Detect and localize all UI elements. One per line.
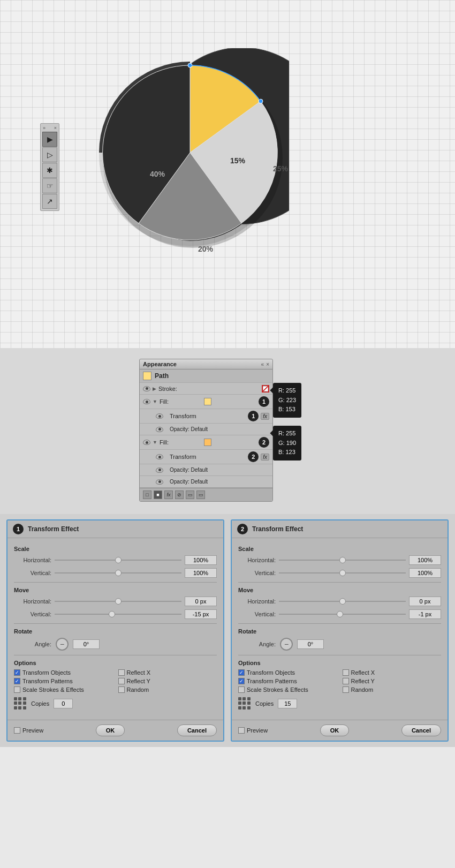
tp1-scale-v-input[interactable] (185, 568, 217, 578)
footer-btn-fx[interactable]: fx (164, 490, 173, 499)
tp1-rotate-row: Angle: − (14, 638, 217, 651)
tp2-ok-button[interactable]: OK (320, 724, 350, 736)
tp1-move-v-label: Vertical: (14, 611, 51, 617)
tp1-move-v-slider[interactable] (55, 614, 181, 615)
panel-collapse[interactable]: « (261, 361, 264, 367)
fx-btn-1[interactable]: fx (261, 413, 269, 420)
appearance-area: Appearance « × Path ▶ Stroke: (0, 348, 455, 514)
fill1-swatch[interactable] (204, 398, 211, 405)
eye-icon-transform2[interactable] (156, 454, 163, 459)
tp2-angle-label: Angle: (238, 641, 276, 647)
tool-pen[interactable]: ↗ (42, 194, 57, 209)
tp1-move-h-input[interactable] (185, 597, 217, 606)
tp1-transform-objects-cb[interactable] (14, 669, 20, 676)
tp2-transform-objects-cb[interactable] (238, 669, 245, 676)
tp2-move-h-label: Horizontal: (238, 598, 276, 605)
tp2-scale-h-input[interactable] (409, 555, 441, 565)
tp2-move-h-slider[interactable] (279, 601, 406, 602)
footer-btn-new-fill[interactable]: □ (143, 490, 151, 499)
tp2-checkbox-row2: Transform Patterns Reflect Y (238, 678, 441, 684)
tp1-scale-strokes-cb[interactable] (14, 686, 20, 693)
tp2-angle-circle[interactable]: − (280, 638, 293, 651)
eye-icon-opacity3[interactable] (156, 479, 163, 485)
tp2-reflect-y-cb[interactable] (343, 678, 349, 684)
eye-icon-fill2[interactable] (143, 440, 150, 445)
tp1-move-v-input[interactable] (185, 609, 217, 619)
tp2-scale-v-input[interactable] (409, 568, 441, 578)
fx-btn-2[interactable]: fx (261, 454, 269, 461)
tp1-transform-patterns-cb[interactable] (14, 678, 20, 684)
tp1-scale-v-slider[interactable] (55, 572, 181, 573)
tp1-preview-cb[interactable] (14, 727, 20, 734)
tool-magic-wand[interactable]: ✱ (42, 163, 57, 178)
tp2-move-h-input[interactable] (409, 597, 441, 606)
tp2-rotate-row: Angle: − (238, 638, 441, 651)
tp1-reflect-x-cb[interactable] (118, 669, 125, 676)
panel-close[interactable]: × (266, 361, 269, 367)
footer-btn-square[interactable]: ■ (154, 490, 162, 499)
appearance-panel: Appearance « × Path ▶ Stroke: (139, 359, 273, 502)
tp2-cancel-button[interactable]: Cancel (401, 724, 441, 736)
tool-select[interactable]: ▶ (42, 132, 57, 147)
tp1-angle-circle[interactable]: − (56, 638, 69, 651)
tp1-scale-h-slider[interactable] (55, 560, 181, 561)
tp2-random-cb[interactable] (343, 686, 349, 693)
fill2-swatch[interactable] (204, 439, 211, 446)
tp1-move-v-thumb (109, 611, 115, 617)
tp1-reflect-y-cb[interactable] (118, 678, 125, 684)
tp2-scale-h-label: Horizontal: (238, 557, 276, 563)
tp1-random-cb[interactable] (118, 686, 125, 693)
tp1-scale-title: Scale (14, 546, 217, 552)
tp2-reflect-y-label: Reflect Y (351, 678, 375, 684)
tp1-copies-input[interactable] (54, 699, 73, 708)
fill2-label: Fill: (160, 439, 202, 446)
panel-title: Appearance (143, 361, 177, 367)
tp2-scale-h-slider[interactable] (279, 560, 406, 561)
tp1-cancel-button[interactable]: Cancel (177, 724, 217, 736)
tp2-scale-title: Scale (238, 546, 441, 552)
tp2-preview-cb[interactable] (238, 727, 245, 734)
transform1-badge: 1 (248, 411, 259, 421)
tp1-angle-input[interactable] (73, 639, 100, 649)
eye-icon-opacity1[interactable] (156, 427, 163, 432)
tp2-random-item: Random (343, 686, 442, 693)
tp2-move-v-input[interactable] (409, 609, 441, 619)
tp1-ok-button[interactable]: OK (96, 724, 125, 736)
tp2-move-v-slider[interactable] (279, 614, 406, 615)
footer-btn-trash[interactable]: ▭ (196, 490, 205, 499)
svg-text:40%: 40% (150, 170, 165, 178)
tp1-scale-strokes-item: Scale Strokes & Effects (14, 686, 113, 693)
arrow-fill2: ▼ (153, 440, 157, 445)
opacity3-label: Opacity: Default (165, 479, 208, 485)
tp2-random-label: Random (351, 686, 374, 693)
tool-direct-select[interactable]: ▷ (42, 147, 57, 162)
tp2-divider2 (238, 623, 441, 624)
tp1-scale-h-input[interactable] (185, 555, 217, 565)
tp1-checkbox-row3: Scale Strokes & Effects Random (14, 686, 217, 693)
footer-btn-dup[interactable]: ▭ (186, 490, 194, 499)
transform-panels-area: 1 Transform Effect Scale Horizontal: Ver… (0, 514, 455, 747)
tp2-copies-label: Copies (255, 700, 274, 707)
toolbox-close[interactable]: × (54, 125, 57, 131)
tp2-copies-row: Copies (238, 697, 441, 710)
opacity2-label: Opacity: Default (165, 467, 208, 473)
tp2-scale-strokes-label: Scale Strokes & Effects (247, 686, 308, 693)
tp2-scale-v-slider[interactable] (279, 572, 406, 573)
tool-lasso[interactable]: ☞ (42, 178, 57, 193)
svg-text:15%: 15% (230, 156, 246, 165)
tp2-divider1 (238, 582, 441, 583)
tp2-angle-input[interactable] (297, 639, 324, 649)
tp1-scale-h-label: Horizontal: (14, 557, 51, 563)
eye-icon-fill1[interactable] (143, 399, 150, 404)
tp2-scale-strokes-cb[interactable] (238, 686, 245, 693)
tp2-reflect-x-cb[interactable] (343, 669, 349, 676)
transform2-row: Transform 2 fx (140, 450, 272, 464)
tp1-move-h-slider[interactable] (55, 601, 181, 602)
tp2-move-title: Move (238, 587, 441, 593)
tp2-copies-input[interactable] (278, 699, 297, 708)
footer-btn-delete[interactable]: ⊘ (175, 490, 184, 499)
eye-icon-opacity2[interactable] (156, 467, 163, 473)
eye-icon-stroke[interactable] (143, 386, 150, 391)
tp2-transform-patterns-cb[interactable] (238, 678, 245, 684)
eye-icon-transform1[interactable] (156, 413, 163, 419)
